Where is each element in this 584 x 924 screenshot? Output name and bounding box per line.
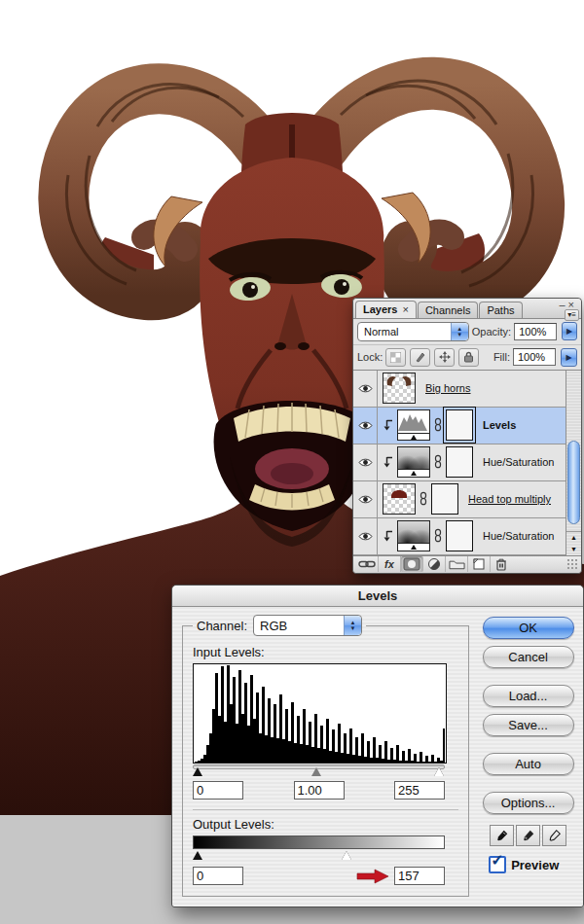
visibility-toggle[interactable] [353, 518, 378, 554]
scroll-up-icon[interactable]: ▲ [570, 534, 577, 541]
blend-mode-value: Normal [358, 326, 451, 338]
tab-paths[interactable]: Paths [479, 302, 522, 318]
eye-icon [358, 494, 373, 505]
input-white-field[interactable]: 255 [394, 781, 445, 800]
load-button[interactable]: Load... [483, 685, 574, 707]
blend-mode-select[interactable]: Normal ▲▼ [357, 322, 469, 341]
input-black-slider[interactable] [193, 767, 202, 776]
visibility-toggle[interactable] [353, 481, 378, 517]
layer-row-hue-saturation-2[interactable]: Hue/Saturation [353, 518, 566, 555]
dialog-buttons: OK Cancel Load... Save... Auto Options..… [481, 615, 575, 897]
lock-transparency-button[interactable] [385, 348, 406, 367]
layer-mask-thumbnail[interactable] [446, 520, 473, 551]
output-gradient-bar [193, 835, 445, 849]
mask-link-icon [434, 454, 442, 471]
visibility-toggle[interactable] [353, 444, 378, 480]
layer-thumbnail[interactable] [383, 483, 416, 515]
save-button[interactable]: Save... [483, 714, 574, 736]
visibility-toggle[interactable] [353, 408, 378, 444]
photoshop-workspace: Layers× Channels Paths –× ▾≡ Normal ▲▼ O… [0, 0, 584, 924]
layer-thumbnail[interactable] [383, 373, 416, 404]
input-black-field[interactable]: 0 [193, 781, 243, 800]
preview-option[interactable]: ✓ Preview [489, 856, 559, 873]
lock-paint-button[interactable] [410, 348, 430, 367]
tab-channels[interactable]: Channels [418, 302, 478, 318]
cancel-button[interactable]: Cancel [483, 646, 574, 668]
auto-button[interactable]: Auto [483, 753, 574, 775]
input-gamma-slider[interactable] [311, 767, 321, 776]
layer-name[interactable]: Levels [483, 419, 516, 431]
white-point-eyedropper-icon[interactable] [542, 825, 566, 846]
output-black-field[interactable]: 0 [193, 867, 243, 885]
eye-icon [358, 383, 373, 394]
mask-link-icon [434, 417, 442, 434]
hue-saturation-thumbnail[interactable] [397, 446, 430, 478]
preview-checkbox[interactable]: ✓ [489, 856, 506, 873]
output-levels-label: Output Levels: [193, 817, 458, 832]
panel-resize-grip[interactable] [566, 558, 578, 570]
divider [193, 809, 458, 810]
layer-row-levels[interactable]: Levels [353, 408, 566, 444]
output-white-slider[interactable] [342, 851, 351, 860]
mask-link-icon [434, 528, 442, 545]
layer-name[interactable]: Big horns [425, 382, 470, 394]
layer-row-big-horns[interactable]: Big horns [353, 371, 566, 408]
lock-row: Lock: Fill: 100% ▶ [353, 345, 581, 371]
layer-mask-thumbnail[interactable] [431, 483, 458, 515]
input-sliders [193, 764, 445, 777]
add-layer-mask-icon[interactable] [401, 556, 423, 572]
scroll-down-icon[interactable]: ▼ [570, 546, 577, 552]
output-sliders [193, 850, 445, 863]
layer-name[interactable]: Hue/Saturation [483, 530, 554, 542]
options-button[interactable]: Options... [483, 792, 574, 814]
output-black-slider[interactable] [193, 851, 202, 860]
stepper-icon: ▲▼ [451, 323, 468, 340]
channel-label: Channel: [197, 619, 247, 633]
input-gamma-field[interactable]: 1.00 [294, 781, 345, 800]
layer-style-icon[interactable]: fx [379, 556, 401, 572]
output-white-field[interactable]: 157 [394, 867, 445, 885]
lock-all-button[interactable] [458, 348, 479, 367]
layer-name[interactable]: Hue/Saturation [483, 456, 554, 468]
layers-scrollbar[interactable]: ▲▼ [566, 371, 581, 555]
gray-point-eyedropper-icon[interactable] [516, 825, 540, 846]
ok-button[interactable]: OK [483, 617, 574, 639]
eye-icon [358, 531, 373, 542]
channel-value: RGB [254, 619, 344, 633]
fill-slider-button[interactable]: ▶ [561, 348, 577, 367]
fill-input[interactable]: 100% [513, 348, 556, 366]
visibility-toggle[interactable] [353, 371, 378, 407]
link-layers-icon[interactable] [356, 556, 379, 572]
layer-row-head-top-multiply[interactable]: Head top multiply [353, 481, 566, 518]
mask-link-icon [420, 491, 427, 508]
layer-row-hue-saturation-1[interactable]: Hue/Saturation [353, 444, 566, 481]
tab-close-icon[interactable]: × [402, 303, 408, 315]
input-white-slider[interactable] [434, 767, 444, 776]
layers-panel-tabbar: Layers× Channels Paths –× ▾≡ [353, 299, 581, 319]
histogram [193, 663, 447, 764]
new-group-icon[interactable] [446, 556, 468, 572]
black-point-eyedropper-icon[interactable] [490, 825, 514, 846]
panel-menu-icon[interactable]: ▾≡ [565, 309, 579, 321]
new-layer-icon[interactable] [468, 556, 491, 572]
layer-name[interactable]: Head top multiply [468, 493, 551, 505]
layer-mask-thumbnail[interactable] [446, 409, 473, 441]
opacity-input[interactable]: 100% [514, 323, 557, 340]
delete-layer-icon[interactable] [491, 556, 512, 572]
channel-select[interactable]: RGB ▲▼ [253, 615, 362, 636]
fill-label: Fill: [493, 351, 510, 363]
levels-adjustment-thumbnail[interactable] [397, 409, 430, 441]
layers-panel: Layers× Channels Paths –× ▾≡ Normal ▲▼ O… [352, 298, 582, 574]
dialog-titlebar[interactable]: Levels [172, 586, 583, 607]
new-adjustment-layer-icon[interactable] [423, 556, 446, 572]
scrollbar-thumb[interactable] [567, 441, 580, 524]
layer-list: Big horns [353, 371, 581, 555]
tab-layers[interactable]: Layers× [355, 301, 417, 318]
hue-saturation-thumbnail[interactable] [397, 520, 430, 551]
checkmark-icon: ✓ [491, 851, 503, 870]
blend-mode-row: Normal ▲▼ Opacity: 100% ▶ [353, 319, 581, 345]
opacity-label: Opacity: [472, 326, 511, 338]
layer-mask-thumbnail[interactable] [446, 446, 473, 478]
lock-move-button[interactable] [434, 348, 455, 367]
opacity-slider-button[interactable]: ▶ [562, 322, 577, 340]
